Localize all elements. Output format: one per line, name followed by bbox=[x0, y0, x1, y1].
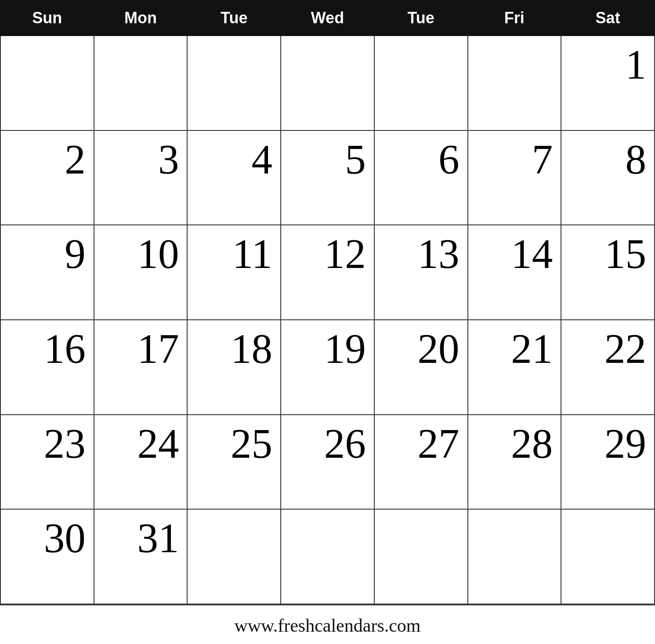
empty-cell bbox=[281, 36, 374, 130]
calendar-row: 3031 bbox=[0, 509, 655, 604]
day-cell-7: 7 bbox=[468, 130, 561, 225]
empty-cell bbox=[281, 509, 374, 604]
day-cell-9: 9 bbox=[0, 225, 94, 320]
empty-cell bbox=[561, 509, 655, 604]
day-cell-30: 30 bbox=[0, 509, 94, 604]
day-cell-31: 31 bbox=[94, 509, 188, 604]
header-cell-mon: Mon bbox=[94, 0, 188, 36]
calendar-wrapper: SunMonTueWedTueFriSat 123456789101112131… bbox=[0, 0, 655, 644]
calendar-body: 1234567891011121314151617181920212223242… bbox=[0, 36, 655, 604]
day-cell-12: 12 bbox=[281, 225, 374, 320]
day-cell-25: 25 bbox=[187, 415, 281, 510]
day-cell-27: 27 bbox=[374, 415, 468, 510]
day-cell-5: 5 bbox=[281, 130, 374, 225]
empty-cell bbox=[187, 36, 281, 130]
header-cell-fri: Fri bbox=[468, 0, 561, 36]
empty-cell bbox=[468, 509, 561, 604]
day-cell-11: 11 bbox=[187, 225, 281, 320]
empty-cell bbox=[374, 509, 468, 604]
header-cell-sun: Sun bbox=[0, 0, 94, 36]
day-cell-29: 29 bbox=[561, 415, 655, 510]
calendar-row: 2345678 bbox=[0, 130, 655, 225]
day-cell-16: 16 bbox=[0, 320, 94, 415]
header-cell-wed: Wed bbox=[281, 0, 374, 36]
day-cell-26: 26 bbox=[281, 415, 374, 510]
day-cell-8: 8 bbox=[561, 130, 655, 225]
day-cell-14: 14 bbox=[468, 225, 561, 320]
empty-cell bbox=[468, 36, 561, 130]
day-cell-24: 24 bbox=[94, 415, 188, 510]
day-cell-13: 13 bbox=[374, 225, 468, 320]
day-cell-17: 17 bbox=[94, 320, 188, 415]
day-cell-3: 3 bbox=[94, 130, 188, 225]
day-cell-23: 23 bbox=[0, 415, 94, 510]
footer-url: www.freshcalendars.com bbox=[0, 604, 655, 644]
empty-cell bbox=[94, 36, 188, 130]
day-cell-19: 19 bbox=[281, 320, 374, 415]
day-cell-20: 20 bbox=[374, 320, 468, 415]
day-cell-10: 10 bbox=[94, 225, 188, 320]
header-row: SunMonTueWedTueFriSat bbox=[0, 0, 655, 36]
calendar-row: 16171819202122 bbox=[0, 320, 655, 415]
empty-cell bbox=[0, 36, 94, 130]
calendar-table: SunMonTueWedTueFriSat 123456789101112131… bbox=[0, 0, 655, 604]
empty-cell bbox=[187, 509, 281, 604]
day-cell-22: 22 bbox=[561, 320, 655, 415]
day-cell-28: 28 bbox=[468, 415, 561, 510]
header-cell-tue: Tue bbox=[374, 0, 468, 36]
calendar-row: 23242526272829 bbox=[0, 415, 655, 510]
header-cell-sat: Sat bbox=[561, 0, 655, 36]
day-cell-6: 6 bbox=[374, 130, 468, 225]
day-cell-1: 1 bbox=[561, 36, 655, 130]
calendar-row: 1 bbox=[0, 36, 655, 130]
calendar-row: 9101112131415 bbox=[0, 225, 655, 320]
day-cell-2: 2 bbox=[0, 130, 94, 225]
day-cell-21: 21 bbox=[468, 320, 561, 415]
day-cell-15: 15 bbox=[561, 225, 655, 320]
empty-cell bbox=[374, 36, 468, 130]
day-cell-18: 18 bbox=[187, 320, 281, 415]
header-cell-tue: Tue bbox=[187, 0, 281, 36]
day-cell-4: 4 bbox=[187, 130, 281, 225]
